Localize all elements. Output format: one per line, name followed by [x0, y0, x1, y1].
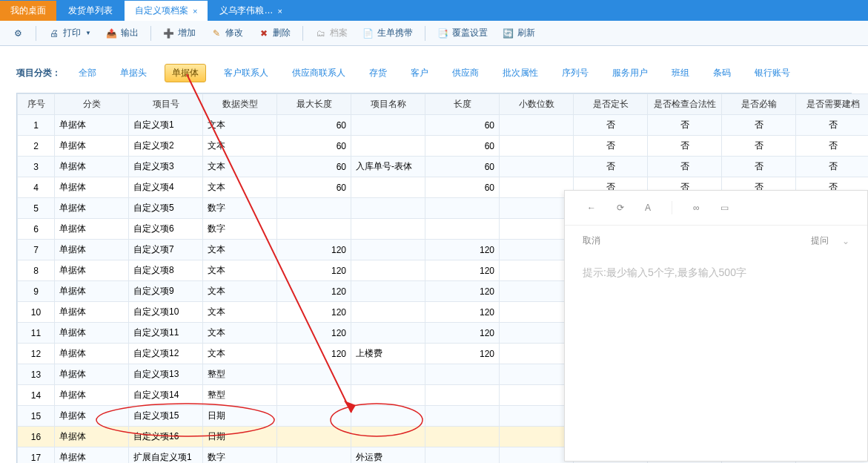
table-cell[interactable]: 否 — [648, 157, 722, 177]
table-cell[interactable]: 60 — [425, 115, 500, 136]
th-maxlen[interactable]: 最大长度 — [277, 94, 351, 115]
table-cell[interactable]: 日期 — [203, 427, 277, 447]
table-cell[interactable]: 文本 — [203, 177, 277, 198]
table-cell[interactable]: 单据体 — [55, 406, 129, 427]
table-cell[interactable]: 自定义项13 — [129, 364, 203, 385]
table-cell[interactable]: 文本 — [203, 115, 277, 136]
table-cell[interactable] — [351, 198, 425, 219]
table-cell[interactable]: 入库单号-表体 — [351, 157, 425, 177]
filter-vendor[interactable]: 供应商 — [446, 64, 485, 82]
filter-serial[interactable]: 序列号 — [556, 64, 594, 82]
table-cell[interactable]: 120 — [277, 302, 351, 323]
table-cell[interactable]: 120 — [425, 302, 500, 323]
table-cell[interactable]: 单据体 — [55, 219, 129, 240]
table-cell[interactable]: 文本 — [203, 323, 277, 344]
filter-barcode[interactable]: 条码 — [707, 64, 737, 82]
table-cell[interactable] — [500, 364, 574, 385]
table-cell[interactable]: 文本 — [203, 260, 277, 281]
table-cell[interactable]: 120 — [277, 344, 351, 364]
filter-header[interactable]: 单据头 — [114, 64, 153, 82]
table-cell[interactable]: 60 — [277, 177, 351, 198]
tab-other[interactable]: 义乌李伟粮…× — [209, 1, 292, 21]
table-cell[interactable]: 自定义项16 — [129, 427, 203, 447]
table-cell[interactable]: 1 — [18, 115, 55, 136]
table-cell[interactable] — [351, 427, 425, 447]
filter-inventory[interactable]: 存货 — [363, 64, 393, 82]
table-cell[interactable]: 自定义项3 — [129, 157, 203, 177]
th-dec[interactable]: 小数位数 — [500, 94, 574, 115]
table-cell[interactable]: 自定义项7 — [129, 240, 203, 260]
th-seq[interactable]: 序号 — [18, 94, 55, 115]
table-cell[interactable]: 自定义项5 — [129, 198, 203, 219]
tab-customfields[interactable]: 自定义项档案× — [125, 1, 208, 21]
table-cell[interactable] — [425, 364, 500, 385]
table-cell[interactable] — [425, 447, 500, 464]
table-cell[interactable]: 自定义项1 — [129, 115, 203, 136]
filter-all[interactable]: 全部 — [73, 64, 102, 82]
th-type[interactable]: 数据类型 — [203, 94, 277, 115]
table-cell[interactable]: 60 — [425, 177, 500, 198]
table-cell[interactable]: 否 — [574, 157, 648, 177]
reload-icon[interactable]: ⟳ — [617, 203, 624, 213]
table-cell[interactable]: 120 — [277, 323, 351, 344]
table-cell[interactable]: 5 — [18, 198, 55, 219]
table-cell[interactable]: 单据体 — [55, 323, 129, 344]
table-cell[interactable] — [277, 219, 351, 240]
table-cell[interactable] — [351, 260, 425, 281]
table-cell[interactable] — [500, 219, 574, 240]
table-cell[interactable]: 16 — [18, 427, 55, 447]
ask-label[interactable]: 提问 — [811, 234, 829, 247]
table-row[interactable]: 2单据体自定义项2文本6060否否否否 — [18, 136, 869, 157]
table-cell[interactable]: 单据体 — [55, 115, 129, 136]
table-cell[interactable]: 6 — [18, 219, 55, 240]
filter-team[interactable]: 班组 — [666, 64, 695, 82]
table-cell[interactable]: 8 — [18, 260, 55, 281]
table-cell[interactable]: 单据体 — [55, 177, 129, 198]
table-cell[interactable]: 自定义项10 — [129, 302, 203, 323]
table-cell[interactable] — [500, 177, 574, 198]
table-cell[interactable] — [351, 115, 425, 136]
table-cell[interactable]: 否 — [648, 136, 722, 157]
th-chk[interactable]: 是否检查合法性 — [648, 94, 722, 115]
table-cell[interactable]: 文本 — [203, 344, 277, 364]
table-cell[interactable] — [500, 198, 574, 219]
filter-body[interactable]: 单据体 — [165, 64, 206, 82]
table-cell[interactable]: 自定义项12 — [129, 344, 203, 364]
table-cell[interactable]: 7 — [18, 240, 55, 260]
table-cell[interactable]: 文本 — [203, 281, 277, 302]
table-cell[interactable]: 文本 — [203, 157, 277, 177]
table-cell[interactable] — [425, 427, 500, 447]
table-cell[interactable]: 120 — [425, 260, 500, 281]
table-cell[interactable]: 否 — [574, 136, 648, 157]
table-cell[interactable] — [351, 136, 425, 157]
table-cell[interactable] — [425, 406, 500, 427]
table-cell[interactable]: 数字 — [203, 198, 277, 219]
chevron-down-icon[interactable]: ⌄ — [842, 236, 849, 246]
table-cell[interactable]: 60 — [425, 136, 500, 157]
table-cell[interactable] — [500, 406, 574, 427]
table-cell[interactable]: 文本 — [203, 240, 277, 260]
table-cell[interactable] — [351, 177, 425, 198]
tab-desktop[interactable]: 我的桌面 — [0, 1, 56, 21]
export-button[interactable]: 📤输出 — [100, 24, 145, 42]
table-cell[interactable]: 自定义项9 — [129, 281, 203, 302]
table-cell[interactable]: 日期 — [203, 406, 277, 427]
table-cell[interactable] — [277, 364, 351, 385]
save-config-button[interactable]: ⚙ — [6, 24, 30, 42]
table-cell[interactable] — [500, 260, 574, 281]
table-cell[interactable]: 120 — [277, 240, 351, 260]
table-cell[interactable]: 自定义项2 — [129, 136, 203, 157]
table-cell[interactable] — [277, 406, 351, 427]
table-cell[interactable]: 15 — [18, 406, 55, 427]
add-button[interactable]: ➕增加 — [157, 24, 202, 42]
table-cell[interactable] — [500, 115, 574, 136]
link-icon[interactable]: ∞ — [693, 203, 700, 213]
table-cell[interactable]: 否 — [796, 157, 869, 177]
th-id[interactable]: 项目号 — [129, 94, 203, 115]
table-cell[interactable]: 13 — [18, 364, 55, 385]
table-cell[interactable]: 17 — [18, 447, 55, 464]
table-cell[interactable] — [500, 136, 574, 157]
table-cell[interactable]: 单据体 — [55, 157, 129, 177]
table-cell[interactable]: 单据体 — [55, 427, 129, 447]
gen-button[interactable]: 📄生单携带 — [357, 24, 419, 42]
